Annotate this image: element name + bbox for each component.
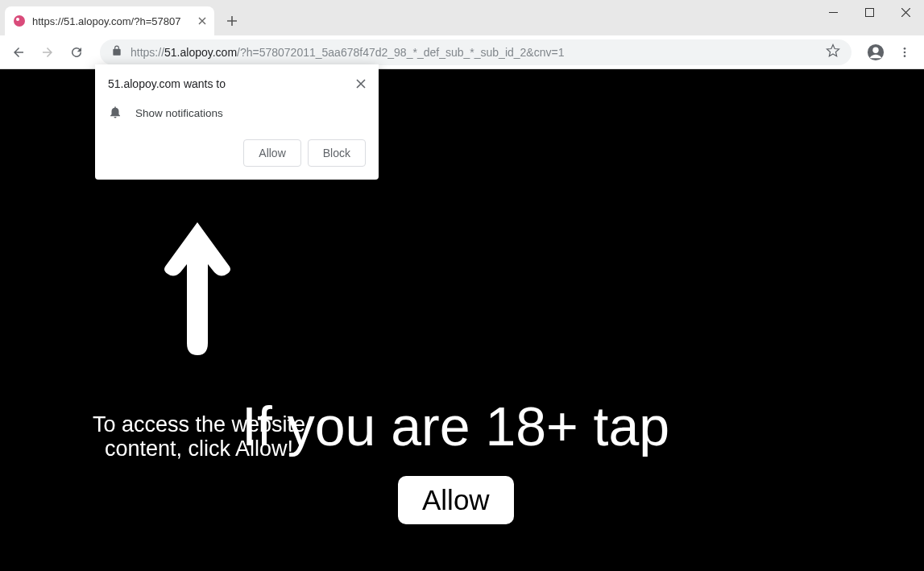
fake-allow-button[interactable]: Allow bbox=[398, 476, 514, 524]
permission-allow-button[interactable]: Allow bbox=[243, 139, 300, 167]
window-maximize-button[interactable] bbox=[851, 0, 888, 24]
permission-close-icon[interactable] bbox=[356, 77, 366, 92]
address-bar[interactable]: https://51.alopoy.com/?h=578072011_5aa67… bbox=[100, 39, 851, 65]
notification-permission-dialog: 51.alopoy.com wants to Show notification… bbox=[95, 64, 379, 180]
permission-dialog-title: 51.alopoy.com wants to bbox=[108, 77, 226, 90]
reload-button[interactable] bbox=[64, 40, 89, 64]
bell-icon bbox=[108, 105, 122, 122]
lock-icon bbox=[111, 45, 122, 59]
svg-point-5 bbox=[872, 47, 878, 52]
svg-point-8 bbox=[904, 55, 906, 57]
svg-point-6 bbox=[904, 48, 906, 50]
svg-rect-0 bbox=[829, 12, 838, 13]
forward-button[interactable] bbox=[35, 40, 60, 64]
svg-point-2 bbox=[14, 15, 25, 27]
back-button[interactable] bbox=[6, 40, 31, 64]
content-age-text: If you are 18+ tap bbox=[242, 395, 669, 457]
svg-point-7 bbox=[904, 51, 906, 53]
svg-rect-1 bbox=[866, 8, 874, 16]
svg-point-3 bbox=[16, 18, 19, 21]
browser-tab[interactable]: https://51.alopoy.com/?h=57807 bbox=[5, 6, 214, 35]
window-minimize-button[interactable] bbox=[815, 0, 851, 24]
profile-avatar-icon[interactable] bbox=[863, 39, 889, 65]
up-arrow-icon bbox=[153, 214, 242, 359]
url-text: https://51.alopoy.com/?h=578072011_5aa67… bbox=[131, 46, 818, 59]
permission-item-label: Show notifications bbox=[135, 107, 223, 119]
new-tab-button[interactable] bbox=[221, 10, 243, 32]
tab-strip: https://51.alopoy.com/?h=57807 bbox=[0, 0, 924, 35]
tab-favicon-icon bbox=[13, 14, 26, 27]
bookmark-star-icon[interactable] bbox=[826, 43, 840, 60]
kebab-menu-icon[interactable] bbox=[892, 39, 918, 65]
tab-close-icon[interactable] bbox=[198, 14, 206, 27]
tab-title: https://51.alopoy.com/?h=57807 bbox=[32, 15, 192, 27]
window-close-button[interactable] bbox=[888, 0, 924, 24]
permission-block-button[interactable]: Block bbox=[308, 139, 366, 167]
